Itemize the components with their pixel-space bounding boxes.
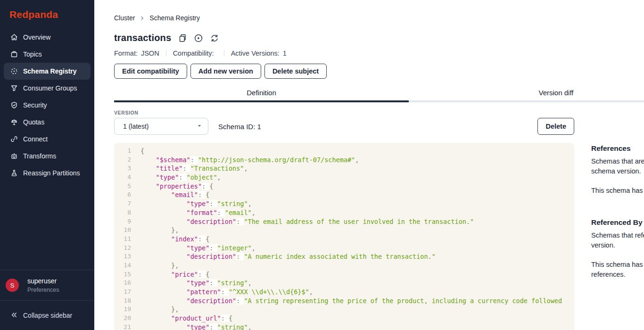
sidebar-item-topics[interactable]: Topics bbox=[4, 46, 91, 63]
sidebar-item-reassign-partitions[interactable]: Reassign Partitions bbox=[4, 165, 91, 182]
security-icon bbox=[10, 101, 18, 109]
sidebar-item-label: Consumer Groups bbox=[23, 84, 77, 92]
code-line: 16 "type": "string", bbox=[114, 279, 574, 288]
schema-id: Schema ID: 1 bbox=[218, 123, 261, 131]
play-circle-icon[interactable] bbox=[194, 33, 203, 43]
page-title: transactions bbox=[114, 33, 171, 43]
code-line: 14 }, bbox=[114, 261, 574, 270]
double-chevron-left-icon bbox=[10, 311, 18, 320]
main-content: Cluster Schema Registry transactions For… bbox=[94, 0, 644, 330]
sidebar-item-transforms[interactable]: Transforms bbox=[4, 148, 91, 165]
line-number: 5 bbox=[114, 182, 131, 191]
line-number: 15 bbox=[114, 270, 131, 279]
tab-version-diff[interactable]: Version diff bbox=[409, 89, 644, 102]
line-number: 7 bbox=[114, 199, 131, 208]
code-line: 2 "$schema": "http://json-schema.org/dra… bbox=[114, 156, 574, 165]
reassign-partitions-icon bbox=[10, 169, 18, 177]
line-number: 14 bbox=[114, 261, 131, 270]
code-line: 4 "type": "object", bbox=[114, 173, 574, 182]
home-icon bbox=[10, 33, 18, 41]
code-line: 7 "type": "string", bbox=[114, 199, 574, 208]
sidebar-item-label: Reassign Partitions bbox=[23, 169, 80, 177]
tabs: Definition Version diff bbox=[114, 89, 644, 102]
sidebar-item-label: Transforms bbox=[23, 152, 56, 160]
sidebar-item-security[interactable]: Security bbox=[4, 97, 91, 114]
user-section[interactable]: S superuser Preferences bbox=[0, 270, 94, 300]
references-panel: ReferencesSchemas that are referenced by… bbox=[591, 110, 644, 330]
code-line: 8 "format": "email", bbox=[114, 208, 574, 217]
line-number: 20 bbox=[114, 314, 131, 323]
sidebar-nav: OverviewTopicsSchema RegistryConsumer Gr… bbox=[0, 29, 94, 270]
sidebar-item-connect[interactable]: Connect bbox=[4, 131, 91, 148]
meta-divider bbox=[166, 50, 166, 57]
subject-meta-row: Format: JSON Compatibility: Active Versi… bbox=[114, 50, 644, 57]
connect-icon bbox=[10, 135, 18, 143]
title-row: transactions bbox=[114, 33, 644, 43]
version-row: 1 (latest) Schema ID: 1 Delete bbox=[114, 118, 574, 135]
code-line: 10 }, bbox=[114, 226, 574, 235]
quotas-icon bbox=[10, 118, 18, 126]
copy-icon[interactable] bbox=[178, 33, 187, 43]
code-line: 17 "pattern": "^XXX \\d+\\.\\d{6}$", bbox=[114, 288, 574, 297]
line-number: 1 bbox=[114, 147, 131, 156]
schema-registry-icon bbox=[10, 67, 18, 75]
code-line: 20 "product_url": { bbox=[114, 314, 574, 323]
line-number: 10 bbox=[114, 226, 131, 235]
sidebar-item-label: Schema Registry bbox=[23, 67, 77, 75]
line-number: 17 bbox=[114, 288, 131, 297]
redpanda-logo[interactable]: Redpanda bbox=[0, 0, 94, 20]
consumer-groups-icon bbox=[10, 84, 18, 92]
chevron-right-icon bbox=[140, 16, 145, 21]
line-number: 16 bbox=[114, 279, 131, 288]
sidebar-item-consumer-groups[interactable]: Consumer Groups bbox=[4, 80, 91, 97]
avatar: S bbox=[6, 279, 19, 292]
version-select[interactable]: 1 (latest) bbox=[114, 118, 208, 135]
code-line: 18 "description": "A string representing… bbox=[114, 297, 574, 305]
collapse-sidebar-button[interactable]: Collapse sidebar bbox=[4, 311, 72, 320]
reference-paragraph: This schema has no references. bbox=[591, 186, 644, 196]
user-preferences-link[interactable]: Preferences bbox=[27, 287, 59, 293]
sidebar-item-overview[interactable]: Overview bbox=[4, 29, 91, 46]
sidebar-item-quotas[interactable]: Quotas bbox=[4, 114, 91, 131]
format-label: Format: bbox=[114, 50, 138, 57]
tab-definition[interactable]: Definition bbox=[114, 89, 409, 102]
sidebar-item-label: Security bbox=[23, 101, 47, 109]
edit-compatibility-button[interactable]: Edit compatibility bbox=[114, 64, 187, 79]
line-number: 8 bbox=[114, 208, 131, 217]
breadcrumb-cluster[interactable]: Cluster bbox=[114, 14, 135, 22]
user-name: superuser bbox=[27, 277, 59, 285]
caret-down-icon bbox=[197, 123, 202, 130]
schema-code-editor[interactable]: 1{2 "$schema": "http://json-schema.org/d… bbox=[114, 143, 574, 330]
version-label: VERSION bbox=[114, 110, 574, 116]
code-line: 3 "title": "Transactions", bbox=[114, 164, 574, 173]
line-number: 13 bbox=[114, 252, 131, 261]
collapse-sidebar-label: Collapse sidebar bbox=[23, 312, 72, 319]
reference-paragraph: Schemas that reference this schema versi… bbox=[591, 231, 644, 250]
add-new-version-button[interactable]: Add new version bbox=[190, 64, 261, 79]
line-number: 12 bbox=[114, 244, 131, 253]
active-versions-value: 1 bbox=[283, 50, 287, 57]
topics-icon bbox=[10, 50, 18, 58]
breadcrumb-schema-registry[interactable]: Schema Registry bbox=[149, 14, 200, 22]
line-number: 3 bbox=[114, 164, 131, 173]
meta-divider bbox=[224, 50, 224, 57]
actions-row: Edit compatibility Add new version Delet… bbox=[114, 64, 644, 79]
code-line: 11 "index": { bbox=[114, 235, 574, 244]
compatibility-label: Compatibility: bbox=[173, 50, 214, 57]
line-number: 6 bbox=[114, 190, 131, 199]
line-number: 4 bbox=[114, 173, 131, 182]
line-number: 19 bbox=[114, 305, 131, 314]
active-versions-label: Active Versions: bbox=[231, 50, 280, 57]
collapse-section: Collapse sidebar bbox=[0, 300, 94, 330]
reference-section-heading: References bbox=[591, 144, 644, 153]
refresh-icon[interactable] bbox=[210, 33, 219, 43]
sidebar-item-schema-registry[interactable]: Schema Registry bbox=[4, 63, 91, 80]
version-select-value: 1 (latest) bbox=[123, 123, 149, 130]
delete-subject-button[interactable]: Delete subject bbox=[264, 64, 327, 79]
line-number: 11 bbox=[114, 235, 131, 244]
definition-panel: VERSION 1 (latest) Schema ID: 1 Delete 1… bbox=[114, 110, 644, 330]
transforms-icon bbox=[10, 152, 18, 160]
reference-section-heading: Referenced By bbox=[591, 218, 644, 227]
delete-version-button[interactable]: Delete bbox=[537, 118, 574, 135]
line-number: 21 bbox=[114, 323, 131, 330]
